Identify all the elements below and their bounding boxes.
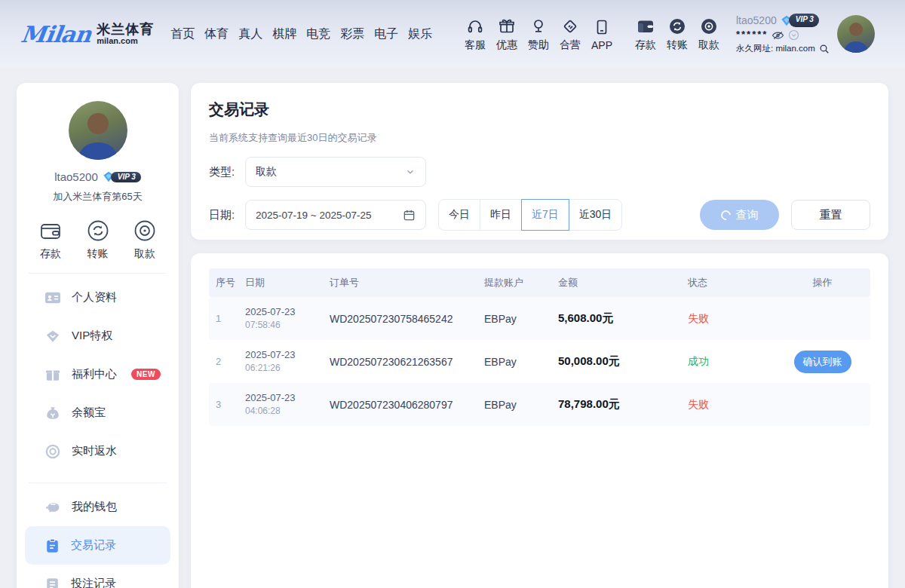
new-badge: NEW [131,369,161,380]
permanent-url: 永久网址: milan.com [736,42,815,55]
tag-icon [561,17,579,35]
wallet-icon [636,17,655,35]
eye-slash-icon[interactable] [772,30,784,41]
main-nav: 首页 体育 真人 棋牌 电竞 彩票 电子 娱乐 [170,26,432,42]
row-date: 2025-07-23 06:21:26 [245,348,330,375]
col-status: 状态 [688,276,775,289]
date-range-value: 2025-07-19 ~ 2025-07-25 [256,210,372,221]
nav-item-chess[interactable]: 棋牌 [272,26,296,42]
brand-logo[interactable]: Milan 米兰体育 milan.com [21,21,154,47]
search-button-label: 查询 [736,208,759,222]
sidebar-item-bets[interactable]: 投注记录 [17,565,179,588]
sidebar-username: ltao5200 [54,170,98,183]
sidebar: ltao5200 VIP 3 加入米兰体育第65天 存款 [17,83,179,588]
range-30days-button[interactable]: 近30日 [569,199,623,231]
user-info: ltao5200 VIP 3 ****** [736,13,828,55]
sidebar-item-yuebao[interactable]: 余额宝 [17,394,179,432]
wallet-action-label: 存款 [635,38,656,52]
nav-item-lottery[interactable]: 彩票 [340,26,364,42]
sidebar-item-my-wallet[interactable]: 我的钱包 [17,488,179,526]
row-status: 失败 [688,398,775,412]
bet-record-icon [45,577,60,588]
header-transfer[interactable]: 转账 [662,17,692,52]
reset-button-label: 重置 [820,208,842,222]
row-account: EBPay [484,313,558,325]
quick-deposit[interactable]: 存款 [38,219,63,261]
sidebar-avatar[interactable] [69,101,127,160]
header-action-promo[interactable]: 优惠 [492,17,522,52]
transfer-outline-icon [85,219,111,243]
user-avatar[interactable] [837,15,875,53]
row-amount: 50,008.00元 [558,354,688,369]
type-select[interactable]: 取款 [245,157,426,187]
sidebar-item-label: 个人资料 [72,290,117,305]
header-withdraw[interactable]: 取款 [694,17,724,52]
row-action-cell: 确认到账 [775,351,870,373]
type-label: 类型: [209,165,245,179]
sidebar-item-label: 投注记录 [71,577,116,588]
nav-item-esports[interactable]: 电竞 [306,26,330,42]
header-deposit[interactable]: 存款 [630,17,661,52]
row-order-no: WD202507230758465242 [330,313,484,325]
nav-item-slots[interactable]: 电子 [374,26,398,42]
range-yesterday-button[interactable]: 昨日 [480,199,522,231]
sidebar-item-benefits[interactable]: 福利中心 NEW [17,355,179,394]
sidebar-quick-actions: 存款 转账 取款 [17,219,179,261]
quick-withdraw[interactable]: 取款 [132,219,158,261]
search-button[interactable]: 查询 [700,200,779,230]
divider [29,482,167,483]
nav-item-entertainment[interactable]: 娱乐 [408,26,432,42]
nav-item-sports[interactable]: 体育 [204,26,229,42]
col-amount: 金额 [558,276,688,289]
row-date-time: 04:06:28 [245,405,330,418]
row-order-no: WD202507230406280797 [330,399,484,411]
records-table-card: 序号 日期 订单号 提款账户 金额 状态 操作 1 2025-07-23 07:… [191,253,888,588]
username[interactable]: ltao5200 [736,13,777,28]
join-days-label: 加入米兰体育第65天 [17,190,179,204]
table-header: 序号 日期 订单号 提款账户 金额 状态 操作 [209,268,870,297]
brand-logo-domain: milan.com [97,37,154,46]
type-filter-row: 类型: 取款 [209,157,870,187]
avatar-photo [837,15,875,53]
money-bag-icon [45,406,60,420]
row-date: 2025-07-23 07:58:46 [245,305,330,332]
sidebar-item-label: 交易记录 [71,538,116,553]
sidebar-item-vip[interactable]: VIP特权 [17,317,179,355]
sidebar-item-profile[interactable]: 个人资料 [17,278,179,317]
sidebar-item-rebate[interactable]: 实时返水 [17,432,179,470]
row-date: 2025-07-23 04:06:28 [245,391,330,418]
range-7days-button[interactable]: 近7日 [521,199,569,231]
sidebar-item-transactions[interactable]: 交易记录 [25,526,170,565]
magnifier-icon[interactable] [819,44,830,54]
header-action-service[interactable]: 客服 [460,17,490,52]
nav-item-home[interactable]: 首页 [170,26,195,42]
reset-button[interactable]: 重置 [791,200,870,230]
vip-gem-icon [45,329,60,343]
quick-transfer[interactable]: 转账 [85,219,111,261]
header-action-label: APP [591,39,612,51]
confirm-receipt-button[interactable]: 确认到账 [794,351,851,373]
header-action-sponsor[interactable]: 赞助 [523,17,554,52]
row-order-no: WD202507230621263567 [330,356,484,368]
brand-logo-cn: 米兰体育 [97,23,154,37]
id-card-icon [45,291,60,305]
header-action-label: 客服 [465,38,486,52]
date-range-input[interactable]: 2025-07-19 ~ 2025-07-25 [245,200,426,230]
sidebar-item-label: 福利中心 [72,367,117,381]
chevron-circle-icon[interactable] [788,29,799,41]
header-action-affiliate[interactable]: 合营 [555,17,585,52]
rebate-icon [45,444,60,459]
row-amount: 5,608.00元 [558,311,688,326]
header-action-app[interactable]: APP [587,17,617,51]
calendar-icon [403,209,416,222]
nav-item-live[interactable]: 真人 [238,26,262,42]
chevron-down-icon [405,167,416,177]
sidebar-menu: 个人资料 VIP特权 福利中心 NEW 余额宝 [17,278,179,470]
col-account: 提款账户 [484,276,558,289]
transfer-icon [668,17,686,35]
vip-level-label: VIP 3 [789,14,819,27]
col-seq: 序号 [209,276,245,289]
col-date: 日期 [245,276,330,289]
wallet-action-label: 取款 [698,38,719,52]
range-today-button[interactable]: 今日 [438,199,480,231]
